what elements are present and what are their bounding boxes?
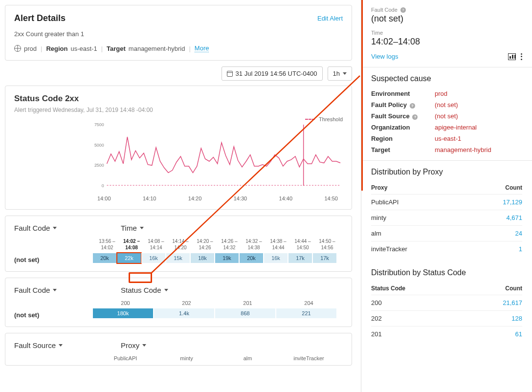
chart-area: 0250050007500 [14,122,343,196]
kv-region: Regionus-east-1 [361,133,532,144]
time-heat-cells: 20k22k16k15k18k19k20k16k17k17k [92,253,343,263]
svg-text:5000: 5000 [94,143,104,148]
count-link[interactable]: 21,617 [503,299,522,306]
count-link[interactable]: 1 [519,245,522,253]
chart-x-ticks: 14:0014:1014:2014:3014:4014:50 [14,196,343,201]
status-dist-row: 20161 [371,326,522,342]
facet-status-card: Fault Code Status Code 200202201204 (not… [5,278,352,327]
heat-cell[interactable]: 17k [312,253,337,263]
alert-title: Alert Details [14,13,66,23]
proxy-dropdown[interactable]: Proxy [121,341,146,349]
heat-cell[interactable]: 16k [141,253,166,263]
kv-environment: Environmentprod [361,88,532,99]
heat-cell[interactable]: 19k [215,253,239,263]
chart-subtitle: Alert triggered Wednesday, Jul 31, 2019 … [14,107,343,113]
more-link[interactable]: More [195,44,209,52]
side-panel: Fault Code ? (not set) Time 14:02–14:08 … [361,0,532,392]
dist-proxy-title: Distribution by Proxy [361,161,532,181]
chevron-down-icon [142,344,146,347]
meta-target-value: management-hybrid [129,45,185,52]
proxy-col-header: Proxy [371,184,387,191]
fault-code-dropdown-2[interactable]: Fault Code [14,286,91,294]
date-label: 31 Jul 2019 14:56 UTC-0400 [236,70,317,77]
time-range-header: 13:56 –14:02 [95,238,119,253]
status-cell[interactable]: 1.4k [154,308,215,319]
proxy-headers: PublicAPImintyalminviteTracker [95,355,339,363]
heat-cell[interactable]: 22k [117,253,141,263]
status-header: 201 [217,300,278,308]
edit-alert-link[interactable]: Edit Alert [317,15,343,22]
heat-cell[interactable]: 17k [288,253,312,263]
status-cell[interactable]: 868 [215,308,276,319]
more-menu-icon[interactable] [521,53,522,60]
heat-cell[interactable]: 20k [239,253,264,263]
meta-region-label: Region [46,45,67,52]
status-dist-row: 20021,617 [371,295,522,310]
date-picker-button[interactable]: 31 Jul 2019 14:56 UTC-0400 [222,66,323,81]
status-cell[interactable]: 221 [276,308,337,319]
chevron-down-icon [140,227,144,229]
time-range-header: 14:50 –14:56 [315,238,339,253]
status-cell[interactable]: 180k [92,308,154,319]
dist-status-title: Distribution by Status Code [361,257,532,282]
fault-code-dropdown[interactable]: Fault Code [14,224,91,232]
count-link[interactable]: 24 [515,230,522,237]
time-range-button[interactable]: 1h [328,66,352,81]
fault-source-dropdown[interactable]: Fault Source [14,341,91,349]
side-time-label: Time [371,30,522,36]
side-time-value: 14:02–14:08 [371,37,522,47]
help-icon[interactable]: ? [410,103,415,109]
count-link[interactable]: 61 [515,330,522,338]
time-range-header: 14:32 –14:38 [242,238,266,253]
time-range-headers: 13:56 –14:0214:02 –14:0814:08 –14:1414:1… [95,238,343,253]
time-range-header: 14:08 –14:14 [144,238,168,253]
count-link[interactable]: 128 [511,315,522,322]
time-range-header: 14:02 –14:08 [119,238,144,253]
count-link[interactable]: 4,671 [506,214,522,221]
proxy-dist-row: PublicAPI17,129 [371,194,522,210]
status-headers: 200202201204 [95,300,339,308]
threshold-swatch [305,119,315,120]
chevron-down-icon [53,227,57,229]
chart-icon[interactable] [508,53,516,60]
time-range-header: 14:44 –14:50 [290,238,315,253]
meta-target-label: Target [107,45,126,52]
kv-fault-source: Fault Source ? (not set) [361,110,532,122]
meta-env: prod [24,45,37,52]
proxy-header: minty [156,355,217,363]
count-col-header: Count [505,184,522,191]
time-range-header: 14:14 –14:20 [168,238,193,253]
threshold-legend: Threshold [319,116,343,122]
count-link[interactable]: 17,129 [503,198,522,206]
kv-target: Targetmanagement-hybrid [361,144,532,160]
proxy-dist-row: alm24 [371,225,522,241]
proxy-dist-row: inviteTracker1 [371,241,522,257]
chevron-down-icon [59,344,63,347]
alert-subtitle: 2xx Count greater than 1 [14,30,343,38]
status-code-dropdown[interactable]: Status Code [121,286,168,294]
facet-time-card: Fault Code Time 13:56 –14:0214:02 –14:08… [5,216,352,272]
time-range-header: 14:38 –14:44 [266,238,290,253]
proxy-header: alm [217,355,278,363]
heat-cell[interactable]: 16k [264,253,288,263]
help-icon[interactable]: ? [400,7,406,13]
status-header: 200 [95,300,156,308]
kv-fault-policy: Fault Policy ? (not set) [361,99,532,110]
chevron-down-icon [53,289,57,291]
heat-cell[interactable]: 20k [92,253,117,263]
time-range-header: 14:20 –14:26 [193,238,217,253]
view-logs-link[interactable]: View logs [371,53,398,60]
status-header: 204 [278,300,339,308]
help-icon[interactable]: ? [412,114,418,120]
calendar-icon [227,71,233,77]
meta-region-value: us-east-1 [70,45,97,52]
status-cells: 180k1.4k868221 [92,308,337,319]
side-fault-code-value: (not set) [371,14,522,24]
time-dropdown[interactable]: Time [121,224,144,232]
chevron-down-icon [343,72,347,75]
heat-cell[interactable]: 18k [190,253,215,263]
time-range-header: 14:26 –14:32 [217,238,242,253]
kv-organization: Organizationapigee-internal [361,122,532,133]
facet-proxy-card: Fault Source Proxy PublicAPImintyalminvi… [5,333,352,366]
heat-cell[interactable]: 15k [166,253,190,263]
